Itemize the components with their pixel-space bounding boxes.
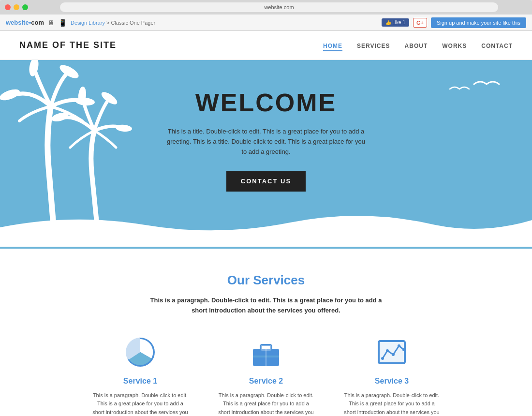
signup-button[interactable]: Sign up and make your site like this <box>431 17 526 28</box>
svg-point-6 <box>100 90 119 107</box>
site-nav: NAME OF THE SITE HOME SERVICES ABOUT WOR… <box>0 31 532 60</box>
address-text: website.com <box>264 4 294 10</box>
hero-cta-button[interactable]: CONTACT US <box>226 171 306 192</box>
service-1-name: Service 1 <box>92 377 189 386</box>
palm-trees-decoration <box>0 60 155 224</box>
svg-point-16 <box>381 357 384 360</box>
service-2-name: Service 2 <box>218 377 314 386</box>
browser-titlebar: website.com <box>0 0 532 15</box>
nav-item-about[interactable]: ABOUT <box>405 41 428 50</box>
service-1-desc: This is a paragraph. Double-click to edi… <box>92 391 189 416</box>
address-bar[interactable]: website.com <box>60 2 498 12</box>
hero-title: WELCOME <box>164 88 368 117</box>
hero-subtitle: This is a title. Double-click to edit. T… <box>164 127 368 157</box>
nav-link-services[interactable]: SERVICES <box>357 43 390 49</box>
nav-link-works[interactable]: WORKS <box>442 43 467 49</box>
hero-content: WELCOME This is a title. Double-click to… <box>164 88 368 191</box>
svg-point-17 <box>386 349 389 352</box>
website-logo: website•com <box>6 19 44 26</box>
minimize-btn[interactable] <box>14 4 19 10</box>
services-grid: Service 1 This is a paragraph. Double-cl… <box>19 335 513 416</box>
browser-window: website.com website•com 🖥 📱 Design Libra… <box>0 0 532 416</box>
nav-link-contact[interactable]: CONTACT <box>481 43 513 49</box>
close-btn[interactable] <box>5 4 11 10</box>
site-title: NAME OF THE SITE <box>19 40 323 50</box>
nav-link-about[interactable]: ABOUT <box>405 43 428 49</box>
service-item-1: Service 1 This is a paragraph. Double-cl… <box>92 335 189 416</box>
svg-point-18 <box>392 353 395 356</box>
hero-section: WELCOME This is a title. Double-click to… <box>0 60 532 249</box>
site-content: NAME OF THE SITE HOME SERVICES ABOUT WOR… <box>0 31 532 416</box>
birds-decoration <box>445 79 503 110</box>
nav-item-services[interactable]: SERVICES <box>357 41 390 50</box>
breadcrumb: Design Library > Classic One Pager <box>71 20 155 26</box>
services-section: Our Services This is a paragraph. Double… <box>0 249 532 416</box>
svg-point-20 <box>402 348 405 351</box>
services-intro: This is a paragraph. Double-click to edi… <box>145 296 387 316</box>
nav-item-contact[interactable]: CONTACT <box>481 41 513 50</box>
svg-point-19 <box>398 344 400 347</box>
monitor-icon: 🖥 <box>48 19 55 27</box>
nav-item-home[interactable]: HOME <box>323 41 342 50</box>
service-3-icon <box>375 335 409 369</box>
service-2-desc: This is a paragraph. Double-click to edi… <box>218 391 314 416</box>
service-1-icon <box>123 335 157 369</box>
service-2-icon <box>249 335 283 369</box>
facebook-like-button[interactable]: 👍 Like 1 <box>382 18 409 27</box>
service-item-2: Service 2 This is a paragraph. Double-cl… <box>218 335 314 416</box>
google-plus-button[interactable]: G+ <box>413 18 427 28</box>
wave-decoration <box>0 203 532 249</box>
service-item-3: Service 3 This is a paragraph. Double-cl… <box>343 335 440 416</box>
breadcrumb-link[interactable]: Design Library <box>71 20 105 26</box>
svg-rect-15 <box>379 341 405 363</box>
svg-point-0 <box>0 87 21 103</box>
nav-links: HOME SERVICES ABOUT WORKS CONTACT <box>323 41 513 50</box>
maximize-btn[interactable] <box>22 4 28 10</box>
mobile-icon: 📱 <box>59 19 67 27</box>
nav-link-home[interactable]: HOME <box>323 43 342 51</box>
nav-item-works[interactable]: WORKS <box>442 41 467 50</box>
services-section-title: Our Services <box>19 273 513 288</box>
service-3-name: Service 3 <box>343 377 440 386</box>
browser-toolbar: website•com 🖥 📱 Design Library > Classic… <box>0 15 532 31</box>
service-3-desc: This is a paragraph. Double-click to edi… <box>343 391 440 416</box>
